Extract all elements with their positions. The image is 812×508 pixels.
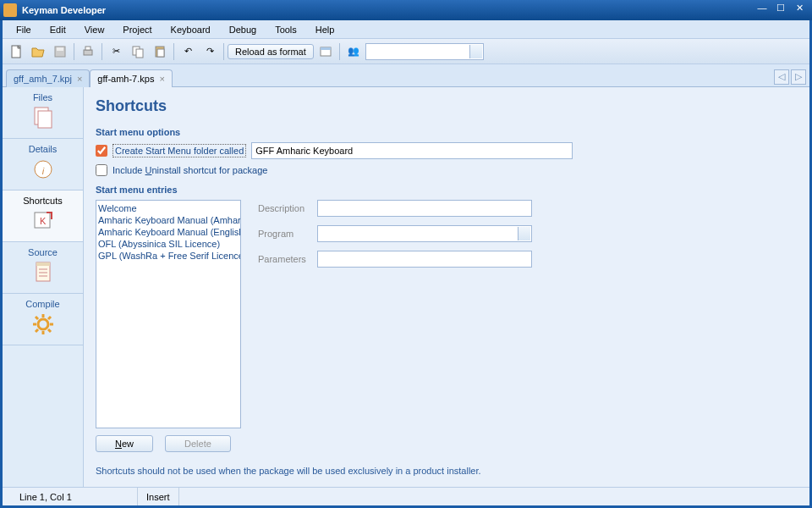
titlebar: Keyman Developer — ☐ ✕ <box>0 0 812 20</box>
sidebar-item-source[interactable]: Source <box>3 242 83 294</box>
statusbar: Line 1, Col 1 Insert <box>3 487 809 505</box>
new-button[interactable]: New <box>96 435 153 452</box>
list-item[interactable]: Amharic Keyboard Manual (English) <box>98 226 239 238</box>
sidebar-item-files[interactable]: Files <box>3 87 83 139</box>
menu-keyboard[interactable]: Keyboard <box>162 22 219 37</box>
svg-rect-18 <box>36 262 50 266</box>
menu-project[interactable]: Project <box>114 22 160 37</box>
maximize-button[interactable]: ☐ <box>771 3 790 18</box>
tab-project-file[interactable]: gff_amh_7.kpj × <box>6 69 90 87</box>
tabbar: gff_amh_7.kpj × gff-amh-7.kps × ◁ ▷ <box>3 64 809 86</box>
menu-help[interactable]: Help <box>307 22 343 37</box>
close-icon[interactable]: × <box>159 74 164 84</box>
shortcuts-icon: K <box>31 209 55 233</box>
entries-listbox[interactable]: Welcome Amharic Keyboard Manual (Amharic… <box>96 200 241 428</box>
description-input[interactable] <box>317 200 532 217</box>
section-start-menu-options: Start menu options <box>96 127 798 137</box>
gear-icon <box>31 312 55 336</box>
svg-line-29 <box>48 317 51 319</box>
main-panel: Shortcuts Start menu options Create Star… <box>84 87 809 487</box>
delete-button[interactable]: Delete <box>165 435 231 452</box>
svg-rect-2 <box>57 47 63 51</box>
tab-prev-icon[interactable]: ◁ <box>774 69 789 85</box>
source-icon <box>31 261 55 284</box>
toolbar: ✂ ↶ ↷ Reload as format 👥 <box>3 39 809 64</box>
copy-icon[interactable] <box>128 42 148 61</box>
close-button[interactable]: ✕ <box>790 3 809 18</box>
app-icon <box>3 3 17 17</box>
files-icon <box>31 106 55 130</box>
sidebar: Files Details i Shortcuts K Source Compi… <box>3 87 84 487</box>
include-uninstall-label: Include Uninstall shortcut for package <box>112 165 267 175</box>
svg-rect-12 <box>38 111 52 128</box>
menu-tools[interactable]: Tools <box>266 22 305 37</box>
include-uninstall-checkbox[interactable] <box>96 164 107 176</box>
menu-file[interactable]: File <box>8 22 40 37</box>
description-label: Description <box>258 203 317 213</box>
list-item[interactable]: Welcome <box>98 202 239 214</box>
save-icon[interactable] <box>50 42 70 61</box>
cut-icon[interactable]: ✂ <box>106 42 126 61</box>
page-title: Shortcuts <box>96 97 798 115</box>
tab-package-file[interactable]: gff-amh-7.kps × <box>90 69 173 87</box>
list-item[interactable]: OFL (Abyssinica SIL Licence) <box>98 238 239 250</box>
status-mode: Insert <box>138 488 179 505</box>
open-file-icon[interactable] <box>28 42 48 61</box>
new-file-icon[interactable] <box>6 42 26 61</box>
paste-icon[interactable] <box>150 42 170 61</box>
menu-edit[interactable]: Edit <box>41 22 74 37</box>
sidebar-item-compile[interactable]: Compile <box>3 294 83 345</box>
list-item[interactable]: Amharic Keyboard Manual (Amharic) <box>98 214 239 226</box>
reload-format-button[interactable]: Reload as format <box>228 44 314 59</box>
redo-icon[interactable]: ↷ <box>200 42 220 61</box>
minimize-button[interactable]: — <box>753 3 771 18</box>
svg-line-28 <box>48 329 51 332</box>
program-label: Program <box>258 229 317 239</box>
menu-debug[interactable]: Debug <box>221 22 265 37</box>
program-combo[interactable] <box>317 225 532 242</box>
close-icon[interactable]: × <box>77 74 82 84</box>
app-title: Keyman Developer <box>22 5 753 15</box>
svg-rect-8 <box>157 49 164 57</box>
svg-line-27 <box>36 317 38 319</box>
create-folder-label: Create Start Menu folder called <box>112 144 246 157</box>
format-combo[interactable] <box>365 43 484 60</box>
users-icon[interactable]: 👥 <box>343 42 364 61</box>
info-icon: i <box>31 157 55 181</box>
svg-line-30 <box>36 329 38 332</box>
tab-next-icon[interactable]: ▷ <box>791 69 806 85</box>
create-folder-checkbox[interactable] <box>96 145 107 157</box>
svg-rect-6 <box>136 49 143 58</box>
svg-text:K: K <box>40 216 47 226</box>
svg-rect-10 <box>321 47 331 50</box>
menu-view[interactable]: View <box>76 22 113 37</box>
parameters-input[interactable] <box>317 251 532 268</box>
window-icon[interactable] <box>315 42 336 61</box>
tab-label: gff_amh_7.kpj <box>14 74 72 84</box>
parameters-label: Parameters <box>258 254 317 264</box>
folder-name-input[interactable] <box>251 142 573 159</box>
svg-rect-3 <box>84 50 92 55</box>
undo-icon[interactable]: ↶ <box>178 42 198 61</box>
svg-point-22 <box>38 319 48 329</box>
sidebar-item-details[interactable]: Details i <box>3 139 83 190</box>
status-position: Line 1, Col 1 <box>11 488 138 505</box>
svg-rect-4 <box>85 47 91 50</box>
print-icon[interactable] <box>78 42 98 61</box>
list-item[interactable]: GPL (WashRa + Free Serif Licence) <box>98 250 239 262</box>
tab-label: gff-amh-7.kps <box>97 74 154 84</box>
section-start-menu-entries: Start menu entries <box>96 185 798 195</box>
sidebar-item-shortcuts[interactable]: Shortcuts K <box>3 190 83 242</box>
menubar: File Edit View Project Keyboard Debug To… <box>3 20 809 39</box>
hint-text: Shortcuts should not be used when the pa… <box>96 466 798 476</box>
